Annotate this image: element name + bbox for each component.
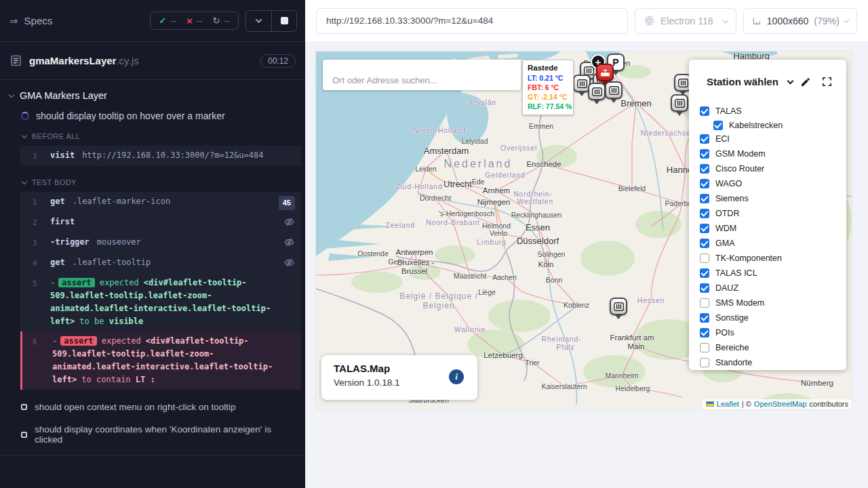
spec-file-row[interactable]: gmaMarkersLayer.cy.js 00:12 bbox=[0, 42, 305, 80]
layer-checkbox-otdr[interactable]: OTDR bbox=[700, 206, 846, 221]
test-running-spinner-icon bbox=[21, 112, 29, 120]
before-all-header[interactable]: BEFORE ALL bbox=[0, 126, 305, 144]
browser-select[interactable]: Electron 118 bbox=[635, 8, 736, 34]
stop-button[interactable] bbox=[271, 11, 296, 31]
checked-checkbox-icon bbox=[713, 121, 723, 130]
layer-checkbox-gma[interactable]: GMA bbox=[700, 236, 846, 251]
chevron-down-icon bbox=[256, 16, 262, 23]
layer-label: WAGO bbox=[715, 179, 742, 188]
checked-checkbox-icon bbox=[700, 164, 709, 174]
layer-label: Siemens bbox=[715, 194, 749, 203]
pending-test-row[interactable]: should open context menu on right-click … bbox=[0, 396, 305, 418]
leaflet-link[interactable]: Leaflet bbox=[717, 400, 739, 408]
section-chevron-icon bbox=[22, 178, 27, 184]
command-row[interactable]: 4get.leaflet-tooltip bbox=[20, 253, 301, 273]
running-restart-icon: ↻ bbox=[212, 16, 220, 26]
layer-checkbox-sms-modem[interactable]: SMS Modem bbox=[700, 296, 846, 310]
layer-checkbox-pois[interactable]: POIs bbox=[700, 325, 846, 340]
layer-checkbox-eci[interactable]: ECI bbox=[700, 131, 846, 146]
layer-checkbox-kabelstrecken[interactable]: Kabelstrecken bbox=[713, 119, 846, 131]
layer-label: DAUZ bbox=[715, 283, 738, 293]
runnables-list: GMA Markers Layer should display tooltip… bbox=[0, 80, 305, 456]
pending-test-row[interactable]: should display coordinates when 'Koordin… bbox=[0, 418, 305, 451]
expand-fullscreen-icon[interactable] bbox=[821, 76, 833, 87]
electron-icon bbox=[644, 15, 655, 26]
station-rack-icon bbox=[577, 79, 587, 88]
checked-checkbox-icon bbox=[700, 149, 709, 159]
suite-row[interactable]: GMA Markers Layer bbox=[0, 84, 305, 106]
viewport-ruler-icon bbox=[752, 16, 762, 26]
layer-label: TALAS bbox=[715, 106, 742, 116]
layer-checkbox-wdm[interactable]: WDM bbox=[700, 221, 846, 236]
chevron-down-icon[interactable] bbox=[787, 77, 793, 84]
checked-checkbox-icon bbox=[700, 224, 709, 233]
pending-test-title: should open context menu on right-click … bbox=[35, 402, 235, 412]
viewport-select[interactable]: 1000x660 (79%) bbox=[743, 8, 857, 34]
unchecked-checkbox-icon bbox=[700, 343, 709, 352]
command-row[interactable]: 2first bbox=[20, 212, 301, 232]
checked-checkbox-icon bbox=[700, 194, 709, 203]
command-assert-passed[interactable]: 5-assert expected <div#leaflet-tooltip-5… bbox=[20, 273, 301, 331]
map-search-input[interactable]: Ort oder Adresse suchen... bbox=[323, 60, 521, 90]
selected-gma-marker[interactable] bbox=[596, 64, 614, 81]
layer-label: OTDR bbox=[715, 209, 739, 218]
marker-tooltip: Rastede LT: 0.21 °CFBT: 6 °CGT: -2.14 °C… bbox=[522, 60, 574, 115]
command-row[interactable]: 1get.leaflet-marker-icon45 bbox=[20, 192, 301, 212]
layer-label: GSM Modem bbox=[715, 149, 766, 159]
layer-checkbox-bereiche[interactable]: Bereiche bbox=[700, 340, 846, 355]
layer-label: TALAS ICL bbox=[715, 268, 757, 278]
layer-checkbox-tk-komponenten[interactable]: TK-Komponenten bbox=[700, 251, 846, 266]
command-row[interactable]: 1visithttp://192.168.10.33:3000/?m=12&u=… bbox=[20, 146, 301, 166]
pending-test-title: should display coordinates when 'Koordin… bbox=[35, 424, 294, 445]
layer-label: GMA bbox=[715, 239, 734, 248]
map[interactable]: FryslânNoord-HollandEmmenLelystadAmsterd… bbox=[316, 52, 852, 409]
station-rack-icon bbox=[584, 66, 594, 75]
specs-menu-button[interactable]: ⇒ Specs bbox=[9, 15, 52, 27]
layer-checkbox-list: TALASKabelstreckenECIGSM ModemCisco Rout… bbox=[689, 97, 846, 370]
checked-checkbox-icon bbox=[700, 328, 709, 338]
spec-extension: .cy.js bbox=[116, 55, 138, 66]
station-marker[interactable] bbox=[671, 94, 688, 112]
layer-checkbox-gsm-modem[interactable]: GSM Modem bbox=[700, 146, 846, 161]
command-line-number: 1 bbox=[20, 149, 50, 163]
invisible-eye-icon bbox=[284, 217, 294, 227]
map-attribution: Leaflet | © OpenStreetMap contributors bbox=[703, 399, 852, 409]
url-input[interactable]: http://192.168.10.33:3000/?m=12&u=484 bbox=[316, 8, 628, 34]
checked-checkbox-icon bbox=[700, 179, 709, 188]
checked-checkbox-icon bbox=[700, 313, 709, 323]
layer-checkbox-talas-icl[interactable]: TALAS ICL bbox=[700, 266, 846, 281]
layer-label: POIs bbox=[715, 328, 734, 338]
layer-label: Kabelstrecken bbox=[729, 121, 783, 130]
cypress-reporter: ⇒ Specs ✓-- ×-- ↻-- gmaMarkersLayer.cy.j… bbox=[0, 0, 305, 488]
layer-checkbox-siemens[interactable]: Siemens bbox=[700, 191, 846, 206]
run-controls bbox=[245, 10, 297, 32]
station-select-label[interactable]: Station wählen bbox=[707, 76, 778, 87]
command-assert-failed[interactable]: 6-assert expected <div#leaflet-tooltip-5… bbox=[20, 331, 301, 390]
info-icon[interactable]: i bbox=[449, 369, 464, 384]
unchecked-checkbox-icon bbox=[700, 253, 709, 263]
before-all-commands: 1visithttp://192.168.10.33:3000/?m=12&u=… bbox=[20, 146, 301, 166]
checked-checkbox-icon bbox=[700, 239, 709, 248]
test-body-header[interactable]: TEST BODY bbox=[0, 172, 305, 190]
command-line-number: 1 bbox=[20, 195, 50, 209]
layer-checkbox-wago[interactable]: WAGO bbox=[700, 176, 846, 191]
layer-label: Bereiche bbox=[715, 343, 749, 352]
osm-link[interactable]: OpenStreetMap bbox=[754, 400, 807, 408]
layer-checkbox-talas[interactable]: TALAS bbox=[700, 104, 846, 119]
collapse-button[interactable] bbox=[246, 11, 271, 31]
layer-checkbox-dauz[interactable]: DAUZ bbox=[700, 281, 846, 296]
passed-check-icon: ✓ bbox=[159, 16, 166, 26]
layer-checkbox-standorte[interactable]: Standorte bbox=[700, 355, 846, 370]
active-test-row[interactable]: should display tooltip on hover over a m… bbox=[0, 106, 305, 126]
edit-pencil-icon[interactable] bbox=[800, 77, 811, 87]
command-row[interactable]: 3-triggermouseover bbox=[20, 232, 301, 253]
layer-checkbox-cisco-router[interactable]: Cisco Router bbox=[700, 161, 846, 176]
reporter-divider bbox=[0, 455, 305, 456]
aut-toolbar: http://192.168.10.33:3000/?m=12&u=484 El… bbox=[305, 0, 868, 42]
layer-checkbox-sonstige[interactable]: Sonstige bbox=[700, 310, 846, 325]
ukraine-flag-icon bbox=[706, 401, 714, 407]
command-line-number: 2 bbox=[20, 216, 50, 229]
station-rack-icon bbox=[675, 99, 685, 108]
station-marker[interactable] bbox=[610, 298, 627, 315]
invisible-eye-icon bbox=[284, 237, 294, 247]
